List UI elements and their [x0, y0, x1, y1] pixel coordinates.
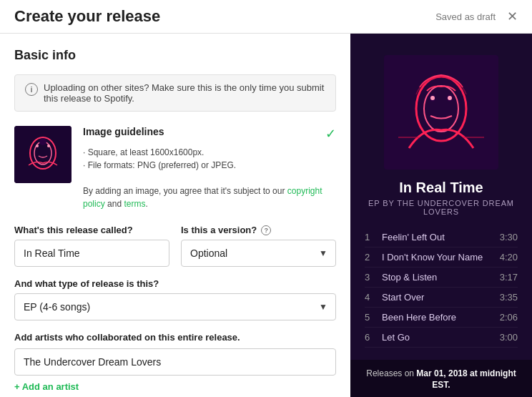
- track-row: 1 Feelin' Left Out 3:30: [365, 227, 518, 247]
- release-type-select-wrapper: EP (4-6 songs) Single Album ▼: [14, 293, 336, 320]
- release-name-version-row: What's this release called? Is this a ve…: [14, 225, 336, 267]
- svg-point-13: [448, 96, 452, 100]
- release-type-group: And what type of release is this? EP (4-…: [14, 278, 336, 320]
- release-name-input[interactable]: [14, 240, 169, 267]
- album-thumbnail[interactable]: [14, 126, 72, 183]
- left-panel: Basic info i Uploading on other sites? M…: [0, 34, 350, 397]
- release-type-select[interactable]: EP (4-6 songs) Single Album: [14, 293, 336, 320]
- release-type-label: And what type of release is this?: [14, 278, 336, 289]
- svg-point-3: [39, 138, 46, 145]
- guidelines-text: · Square, at least 1600x1600px. · File f…: [83, 146, 336, 210]
- release-footer: Releases on Mar 01, 2018 at midnight EST…: [350, 360, 532, 397]
- track-row: 4 Start Over 3:35: [365, 288, 518, 308]
- image-guidelines: Image guidelines ✓ · Square, at least 16…: [83, 126, 336, 210]
- guideline-line1: · Square, at least 1600x1600px.: [83, 147, 204, 157]
- artist-input[interactable]: [14, 348, 336, 376]
- info-banner: i Uploading on other sites? Make sure th…: [14, 74, 336, 112]
- track-name: Start Over: [382, 292, 500, 303]
- add-artist-label: + Add an artist: [14, 381, 79, 392]
- svg-rect-0: [14, 126, 72, 183]
- close-button[interactable]: ✕: [507, 10, 518, 23]
- info-icon: i: [25, 83, 38, 96]
- release-footer-text: Releases on Mar 01, 2018 at midnight EST…: [366, 368, 516, 390]
- track-duration: 3:30: [500, 232, 518, 242]
- track-number: 2: [365, 252, 382, 263]
- image-section: Image guidelines ✓ · Square, at least 16…: [14, 126, 336, 210]
- right-panel-title: In Real Time: [399, 180, 483, 196]
- terms-link[interactable]: terms: [124, 199, 145, 209]
- header-right: Saved as draft ✕: [435, 10, 518, 23]
- track-row: 6 Let Go 3:00: [365, 328, 518, 348]
- svg-point-5: [47, 144, 50, 147]
- version-help-icon[interactable]: ?: [261, 225, 271, 235]
- tracklist: 1 Feelin' Left Out 3:30 2 I Don't Know Y…: [350, 227, 532, 360]
- artists-label: Add artists who collaborated on this ent…: [14, 332, 336, 343]
- version-select-wrapper: Optional ▼: [181, 240, 336, 267]
- track-row: 5 Been Here Before 2:06: [365, 308, 518, 328]
- track-name: Let Go: [382, 332, 500, 343]
- check-icon: ✓: [325, 126, 336, 142]
- right-panel-subtitle: EP by The Undercover Dream Lovers: [350, 199, 532, 216]
- track-duration: 3:17: [500, 272, 518, 283]
- guideline-line2: · File formats: PNG (preferred) or JPEG.: [83, 160, 236, 170]
- guidelines-title: Image guidelines: [83, 126, 164, 137]
- version-group: Is this a version? ? Optional ▼: [181, 225, 336, 267]
- section-title: Basic info: [14, 48, 336, 63]
- track-number: 1: [365, 232, 382, 242]
- track-number: 6: [365, 332, 382, 343]
- track-duration: 3:00: [500, 332, 518, 343]
- svg-point-11: [430, 96, 435, 100]
- banner-text: Uploading on other sites? Make sure this…: [44, 82, 325, 104]
- guideline-line3: By adding an image, you agree that it's …: [83, 186, 285, 196]
- version-label: Is this a version?: [181, 225, 257, 235]
- right-panel-album-art: [384, 55, 498, 170]
- track-name: I Don't Know Your Name: [382, 252, 500, 263]
- svg-rect-7: [384, 55, 498, 170]
- release-name-group: What's this release called?: [14, 225, 169, 267]
- artists-group: Add artists who collaborated on this ent…: [14, 332, 336, 376]
- right-panel: In Real Time EP by The Undercover Dream …: [350, 34, 532, 397]
- track-name: Stop & Listen: [382, 272, 500, 283]
- track-number: 3: [365, 272, 382, 283]
- saved-draft-label: Saved as draft: [435, 11, 496, 22]
- track-name: Feelin' Left Out: [382, 232, 500, 242]
- version-select[interactable]: Optional: [181, 240, 336, 267]
- track-number: 4: [365, 292, 382, 303]
- track-row: 3 Stop & Listen 3:17: [365, 268, 518, 288]
- svg-point-4: [36, 144, 39, 147]
- artist-input-wrapper: [14, 348, 336, 376]
- page-title: Create your release: [14, 7, 160, 26]
- track-duration: 4:20: [500, 252, 518, 263]
- release-name-label: What's this release called?: [14, 225, 169, 235]
- track-row: 2 I Don't Know Your Name 4:20: [365, 247, 518, 268]
- track-number: 5: [365, 312, 382, 323]
- track-name: Been Here Before: [382, 312, 500, 323]
- track-duration: 2:06: [500, 312, 518, 323]
- add-artist-button[interactable]: + Add an artist: [14, 381, 79, 392]
- track-duration: 3:35: [500, 292, 518, 303]
